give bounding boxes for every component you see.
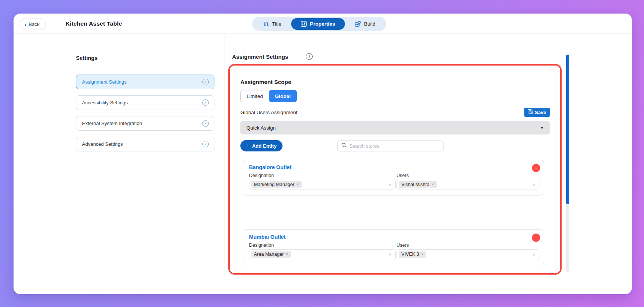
designation-label: Designation bbox=[249, 243, 396, 248]
scope-option-limited[interactable]: Limited bbox=[240, 90, 269, 102]
outlet-card-mumbai: Mumbai Outlet − Designation Area Manager… bbox=[243, 229, 544, 265]
global-users-row: Global Users Assignment: Save bbox=[240, 108, 550, 117]
designation-select[interactable]: Marketing Manager × ∨ bbox=[249, 180, 396, 189]
plus-icon: + bbox=[246, 143, 249, 149]
back-chevron-icon: ‹ bbox=[24, 21, 26, 27]
remove-tag-icon[interactable]: × bbox=[296, 182, 299, 187]
designation-tag: Area Manager × bbox=[251, 251, 291, 258]
sidebar-item-label: Assignment Settings bbox=[82, 79, 127, 85]
save-button-label: Save bbox=[535, 110, 546, 115]
sidebar-item-assignment-settings[interactable]: Assignment Settings ✓ bbox=[76, 75, 214, 89]
page-title: Kitchen Asset Table bbox=[65, 14, 122, 34]
search-icon bbox=[342, 142, 346, 149]
save-button[interactable]: Save bbox=[524, 108, 550, 117]
highlight-outline: Assignment Scope Limited Global Global U… bbox=[228, 64, 562, 275]
tab-build-label: Build bbox=[364, 21, 375, 27]
sidebar-item-accessibility-settings[interactable]: Accessibility Settings ✓ bbox=[76, 95, 214, 110]
user-tag-text: VIVEK 3 bbox=[401, 252, 419, 257]
outlet-fields: Designation Marketing Manager × ∨ Users bbox=[249, 170, 538, 189]
tab-properties[interactable]: Properties bbox=[291, 18, 345, 30]
chevron-down-icon: ∨ bbox=[389, 182, 392, 187]
sidebar-item-label: Advanced Settings bbox=[82, 141, 123, 147]
user-tag: VIVEK 3 × bbox=[399, 251, 426, 258]
sidebar-heading: Settings bbox=[76, 55, 97, 61]
build-grid-icon bbox=[355, 21, 361, 27]
check-circle-icon: ✓ bbox=[202, 141, 209, 147]
check-circle-icon: ✓ bbox=[202, 79, 209, 85]
scope-option-global[interactable]: Global bbox=[269, 90, 297, 102]
tab-bar: Tt Title Properties bbox=[252, 17, 386, 31]
info-icon[interactable]: i bbox=[306, 53, 313, 60]
check-circle-icon: ✓ bbox=[202, 120, 209, 127]
quick-assign-value: Quick Assign bbox=[246, 125, 276, 131]
sidebar-item-advanced-settings[interactable]: Advanced Settings ✓ bbox=[76, 137, 214, 151]
user-tag: Vishal Mishra × bbox=[399, 181, 437, 188]
back-button-label: Back bbox=[29, 21, 39, 27]
remove-tag-icon[interactable]: × bbox=[421, 252, 424, 257]
sliders-icon bbox=[301, 21, 307, 27]
chevron-down-icon: ∨ bbox=[532, 182, 535, 187]
user-tag-text: Vishal Mishra bbox=[401, 182, 430, 187]
scrollbar-track[interactable] bbox=[566, 55, 569, 272]
chevron-down-icon: ∨ bbox=[389, 252, 392, 257]
outlet-card-bangalore: Bangalore Outlet − Designation Marketing… bbox=[243, 160, 544, 196]
tab-build[interactable]: Build bbox=[345, 18, 385, 30]
section-heading: Assignment Settings bbox=[232, 53, 288, 60]
remove-outlet-button[interactable]: − bbox=[532, 234, 540, 242]
tab-title-label: Title bbox=[272, 21, 281, 27]
sidebar-item-label: External System Integration bbox=[82, 121, 142, 126]
sidebar-item-label: Accessibility Settings bbox=[82, 100, 128, 105]
remove-tag-icon[interactable]: × bbox=[286, 252, 288, 257]
assignment-scope-heading: Assignment Scope bbox=[240, 79, 550, 85]
title-tab-icon: Tt bbox=[263, 21, 269, 27]
designation-tag-text: Area Manager bbox=[254, 252, 284, 257]
search-input[interactable] bbox=[349, 143, 440, 149]
add-entity-button[interactable]: + Add Entity bbox=[240, 140, 283, 151]
users-select[interactable]: VIVEK 3 × ∨ bbox=[396, 249, 539, 259]
users-label: Users bbox=[396, 173, 539, 178]
check-circle-icon: ✓ bbox=[202, 99, 209, 106]
outlet-name: Mumbai Outlet bbox=[249, 234, 538, 240]
scrollbar-thumb[interactable] bbox=[566, 55, 569, 204]
tab-title[interactable]: Tt Title bbox=[253, 18, 291, 30]
users-select[interactable]: Vishal Mishra × ∨ bbox=[396, 180, 539, 189]
outlet-fields: Designation Area Manager × ∨ Users bbox=[249, 240, 538, 259]
store-search bbox=[337, 141, 444, 151]
users-label: Users bbox=[396, 243, 539, 248]
chevron-down-icon: ▼ bbox=[540, 126, 544, 130]
header: ‹ Back Kitchen Asset Table Tt Title bbox=[14, 14, 632, 34]
back-button[interactable]: ‹ Back bbox=[20, 18, 46, 30]
remove-outlet-button[interactable]: − bbox=[532, 164, 540, 172]
sidebar-divider bbox=[225, 34, 225, 276]
add-entity-label: Add Entity bbox=[252, 143, 276, 149]
actions-row: + Add Entity bbox=[240, 140, 550, 151]
outlet-name: Bangalore Outlet bbox=[249, 164, 538, 170]
designation-select[interactable]: Area Manager × ∨ bbox=[249, 249, 396, 259]
designation-tag-text: Marketing Manager bbox=[254, 182, 295, 187]
page-background: ‹ Back Kitchen Asset Table Tt Title bbox=[0, 0, 644, 307]
sidebar-item-external-system-integration[interactable]: External System Integration ✓ bbox=[76, 116, 214, 131]
remove-tag-icon[interactable]: × bbox=[431, 182, 434, 187]
quick-assign-dropdown[interactable]: Quick Assign ▼ bbox=[240, 121, 550, 134]
global-users-label: Global Users Assignment: bbox=[240, 110, 299, 115]
designation-tag: Marketing Manager × bbox=[251, 181, 302, 188]
chevron-down-icon: ∨ bbox=[532, 252, 535, 257]
designation-label: Designation bbox=[249, 173, 396, 178]
save-floppy-icon bbox=[528, 109, 533, 115]
app-window: ‹ Back Kitchen Asset Table Tt Title bbox=[14, 14, 632, 294]
tab-properties-label: Properties bbox=[310, 21, 335, 27]
scope-toggle: Limited Global bbox=[240, 90, 297, 102]
assignment-scope-panel: Assignment Scope Limited Global Global U… bbox=[234, 68, 556, 272]
